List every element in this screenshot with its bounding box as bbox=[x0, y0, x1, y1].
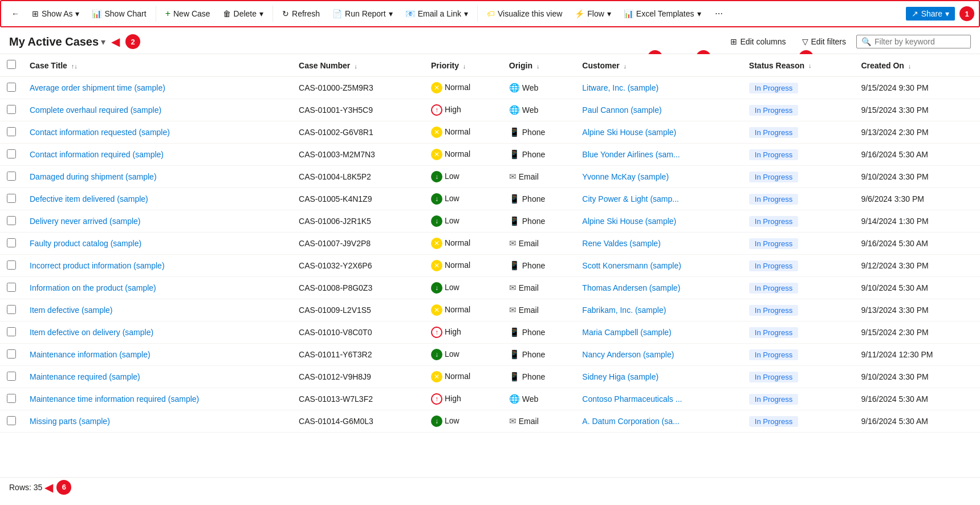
case-title-link[interactable]: Item defective (sample) bbox=[30, 306, 113, 315]
view-title-chevron-icon[interactable]: ▾ bbox=[101, 36, 105, 47]
customer-link[interactable]: Fabrikam, Inc. (sample) bbox=[582, 306, 666, 315]
customer-link[interactable]: Alpine Ski House (sample) bbox=[582, 128, 676, 137]
customer-link[interactable]: Thomas Andersen (sample) bbox=[582, 283, 680, 292]
priority-cell: ✕Normal bbox=[424, 121, 502, 144]
filter-input[interactable] bbox=[875, 37, 966, 46]
priority-icon: ↓ bbox=[431, 171, 442, 182]
case-title-link[interactable]: Defective item delivered (sample) bbox=[30, 194, 148, 203]
case-title-link[interactable]: Maintenance required (sample) bbox=[30, 372, 140, 381]
customer-link[interactable]: Maria Campbell (sample) bbox=[582, 328, 671, 337]
origin-cell: 📱Phone bbox=[502, 366, 576, 388]
edit-columns-button[interactable]: ⊞ Edit columns bbox=[725, 35, 791, 48]
origin-icon: 📱 bbox=[509, 349, 520, 359]
case-title-link[interactable]: Complete overhaul required (sample) bbox=[30, 105, 161, 115]
case-title-link[interactable]: Maintenance information (sample) bbox=[30, 350, 151, 359]
share-button[interactable]: ↗ Share ▾ bbox=[906, 7, 955, 21]
row-checkbox[interactable] bbox=[7, 416, 16, 425]
run-report-button[interactable]: 📄 Run Report ▾ bbox=[327, 7, 398, 21]
customer-cell: City Power & Light (samp... bbox=[575, 188, 742, 210]
origin-label: Phone bbox=[522, 128, 545, 137]
row-checkbox[interactable] bbox=[7, 105, 16, 114]
status-reason-cell: In Progress bbox=[742, 388, 855, 410]
case-title-link[interactable]: Item defective on delivery (sample) bbox=[30, 328, 153, 337]
table-row: Item defective (sample)CAS-01009-L2V1S5✕… bbox=[0, 299, 980, 321]
row-checkbox[interactable] bbox=[7, 283, 16, 292]
case-title-link[interactable]: Damaged during shipment (sample) bbox=[30, 172, 157, 181]
customer-link[interactable]: Blue Yonder Airlines (sam... bbox=[582, 150, 680, 159]
row-checkbox[interactable] bbox=[7, 83, 16, 92]
flow-button[interactable]: ⚡ Flow ▾ bbox=[569, 7, 617, 21]
case-title-link[interactable]: Average order shipment time (sample) bbox=[30, 83, 165, 92]
customer-link[interactable]: Yvonne McKay (sample) bbox=[582, 172, 669, 181]
origin-label: Email bbox=[519, 283, 539, 292]
row-checkbox[interactable] bbox=[7, 172, 16, 181]
case-title-sort-icon: ↑↓ bbox=[71, 63, 78, 70]
customer-cell: Fabrikam, Inc. (sample) bbox=[575, 299, 742, 321]
case-title-link[interactable]: Contact information required (sample) bbox=[30, 150, 164, 159]
select-all-checkbox[interactable] bbox=[7, 60, 16, 69]
customer-link[interactable]: Paul Cannon (sample) bbox=[582, 105, 661, 115]
row-checkbox-cell bbox=[0, 144, 23, 166]
row-checkbox[interactable] bbox=[7, 260, 16, 270]
email-link-button[interactable]: 📧 Email a Link ▾ bbox=[400, 7, 474, 21]
customer-link[interactable]: City Power & Light (samp... bbox=[582, 194, 679, 203]
case-title-link[interactable]: Contact information requested (sample) bbox=[30, 128, 170, 137]
customer-link[interactable]: A. Datum Corporation (sa... bbox=[582, 417, 679, 426]
refresh-button[interactable]: ↻ Refresh bbox=[276, 7, 326, 21]
col-origin[interactable]: Origin ↓ bbox=[502, 54, 576, 77]
row-checkbox[interactable] bbox=[7, 127, 16, 136]
customer-cell: Contoso Pharmaceuticals ... bbox=[575, 388, 742, 410]
case-number-cell: CAS-01005-K4N1Z9 bbox=[292, 188, 424, 210]
origin-cell: 📱Phone bbox=[502, 144, 576, 166]
row-checkbox[interactable] bbox=[7, 372, 16, 381]
customer-link[interactable]: Rene Valdes (sample) bbox=[582, 239, 660, 248]
customer-link[interactable]: Nancy Anderson (sample) bbox=[582, 350, 674, 359]
row-checkbox[interactable] bbox=[7, 194, 16, 203]
row-checkbox[interactable] bbox=[7, 149, 16, 158]
col-case-title[interactable]: Case Title ↑↓ bbox=[23, 54, 292, 77]
excel-templates-button[interactable]: 📊 Excel Templates ▾ bbox=[618, 7, 707, 21]
customer-link[interactable]: Alpine Ski House (sample) bbox=[582, 217, 676, 226]
col-status-reason[interactable]: Status Reason ↓ bbox=[742, 54, 855, 77]
show-as-button[interactable]: ⊞ Show As ▾ bbox=[26, 7, 85, 21]
new-case-button[interactable]: + New Case bbox=[160, 6, 216, 21]
show-chart-button[interactable]: 📊 Show Chart bbox=[86, 7, 152, 21]
status-badge: In Progress bbox=[749, 372, 798, 382]
priority-label: Normal bbox=[445, 83, 470, 92]
col-customer-label: Customer bbox=[582, 61, 619, 70]
customer-link[interactable]: Litware, Inc. (sample) bbox=[582, 83, 658, 92]
row-checkbox[interactable] bbox=[7, 394, 16, 403]
priority-icon: ↓ bbox=[431, 282, 442, 294]
origin-label: Phone bbox=[522, 194, 545, 203]
edit-filters-button[interactable]: ▽ Edit filters bbox=[796, 35, 852, 48]
edit-columns-icon: ⊞ bbox=[730, 37, 737, 46]
col-priority[interactable]: Priority ↓ bbox=[424, 54, 502, 77]
created-on-cell: 9/14/2024 1:30 PM bbox=[854, 210, 980, 233]
case-title-link[interactable]: Incorrect product information (sample) bbox=[30, 261, 165, 270]
case-title-link[interactable]: Missing parts (sample) bbox=[30, 417, 110, 426]
row-checkbox[interactable] bbox=[7, 238, 16, 247]
delete-button[interactable]: 🗑 Delete ▾ bbox=[217, 7, 269, 21]
customer-link[interactable]: Scott Konersmann (sample) bbox=[582, 261, 681, 270]
row-checkbox[interactable] bbox=[7, 305, 16, 314]
back-button[interactable]: ← bbox=[6, 7, 25, 21]
case-title-link[interactable]: Information on the product (sample) bbox=[30, 283, 156, 292]
col-case-number[interactable]: Case Number ↓ bbox=[292, 54, 424, 77]
case-title-link[interactable]: Faulty product catalog (sample) bbox=[30, 239, 141, 248]
customer-link[interactable]: Sidney Higa (sample) bbox=[582, 372, 658, 381]
more-button[interactable]: ⋯ bbox=[709, 7, 729, 21]
col-customer[interactable]: Customer ↓ bbox=[575, 54, 742, 77]
row-checkbox[interactable] bbox=[7, 216, 16, 225]
case-title-link[interactable]: Maintenance time information required (s… bbox=[30, 394, 199, 404]
customer-link[interactable]: Contoso Pharmaceuticals ... bbox=[582, 394, 682, 404]
visualize-button[interactable]: 🏷 Visualize this view bbox=[481, 7, 568, 21]
case-number-cell: CAS-01001-Y3H5C9 bbox=[292, 99, 424, 121]
created-on-cell: 9/12/2024 3:30 PM bbox=[854, 255, 980, 277]
priority-cell: ↓Low bbox=[424, 166, 502, 188]
col-created-on[interactable]: Created On ↓ bbox=[854, 54, 980, 77]
row-checkbox[interactable] bbox=[7, 349, 16, 359]
created-on-cell: 9/15/2024 2:30 PM bbox=[854, 321, 980, 344]
case-title-link[interactable]: Delivery never arrived (sample) bbox=[30, 217, 141, 226]
row-checkbox[interactable] bbox=[7, 327, 16, 336]
priority-cell: ↓Low bbox=[424, 344, 502, 366]
